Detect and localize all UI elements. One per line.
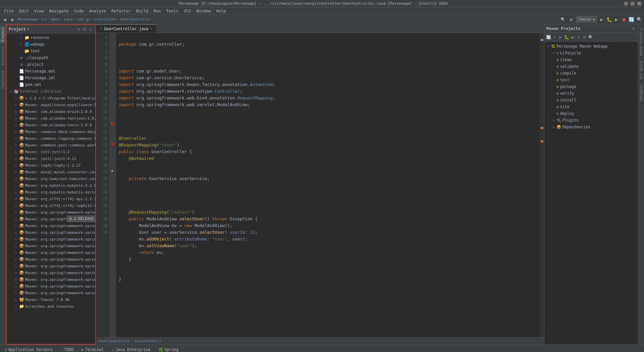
maven-phase-install[interactable]: ⚙ install (544, 97, 638, 103)
right-tab-database[interactable]: Database (639, 83, 644, 103)
code-editor[interactable]: 12345 678910 1112131415 1617181920 21222… (96, 33, 544, 337)
maven-refresh-icon[interactable]: 🔄 (546, 35, 551, 40)
maven-settings-icon[interactable]: ⚙ (631, 26, 636, 31)
breadcrumb-com[interactable]: com (76, 17, 83, 21)
maven-phase-compile[interactable]: ⚙ compile (544, 70, 638, 77)
code-content[interactable]: package com.gr.controller; import com.gr… (116, 33, 539, 337)
back-icon[interactable]: ◀ (1, 16, 8, 23)
tree-item-webapp[interactable]: ▷ 🌐 webapp (7, 41, 95, 48)
nav-settings-icon[interactable]: ⚙ (568, 16, 575, 23)
tree-item-test[interactable]: 📂 test (7, 48, 95, 54)
breadcrumb-gr[interactable]: gr (86, 17, 91, 21)
breadcrumb-usercontroller[interactable]: UserController (120, 17, 151, 21)
menu-build[interactable]: Build (133, 8, 151, 14)
breadcrumb-src[interactable]: src (41, 17, 48, 21)
menu-tools[interactable]: Tools (164, 8, 181, 14)
maven-skip-icon[interactable]: ⏭ (570, 35, 575, 40)
tree-item-lib-25[interactable]: ▷ 📦 Maven: org.springframework:spring-ox… (7, 263, 95, 269)
maven-dependencies-section[interactable]: ▷ 📦 Dependencies (544, 124, 638, 130)
tree-item-lib-8[interactable]: ▷ 📦 Maven: jstl:jstl:1.2 (7, 148, 95, 155)
maven-phase-site[interactable]: ⚙ site (544, 103, 638, 110)
tab-todo[interactable]: ✓ TODO (57, 345, 77, 352)
nav-search-icon[interactable]: 🔍 (560, 16, 567, 23)
tree-item-lib-3[interactable]: ▷ 📦 Maven: com.alibaba:fastjson:1.8.0 (7, 115, 95, 122)
tree-item-lib-21[interactable]: ▷ 📦 Maven: org.springframework:spring-co… (7, 236, 95, 243)
tree-item-lib-4[interactable]: ▷ 📦 Maven: com.alibaba:tools:1.8.0 (7, 122, 95, 128)
tree-item-lib-27[interactable]: ▷ 📦 Maven: org.springframework:spring-tx… (7, 276, 95, 283)
close-button[interactable]: ✕ (637, 2, 641, 6)
tab-app-servers[interactable]: ⚙ Application Servers (1, 345, 56, 352)
tree-item-scratches[interactable]: ▷ 📁 Scratches and Consoles (7, 303, 95, 310)
run-coverage-button[interactable]: ▶ (613, 16, 620, 23)
tab-usercontroller[interactable]: J UserController.java ✕ (96, 25, 157, 33)
maven-phase-test[interactable]: ⚙ test (544, 77, 638, 83)
tree-item-lib-7[interactable]: ▷ 📦 Maven: commons-pool:commons-pool:1.5… (7, 142, 95, 148)
maven-phase-validate[interactable]: ⚙ validate (544, 63, 638, 70)
run-button[interactable]: ▶ (598, 16, 605, 23)
tree-item-lib-15[interactable]: ▷ 📦 Maven: org.slf4j:slf4j-api:1.7.12 (7, 195, 95, 202)
maven-debug-icon[interactable]: 🐛 (564, 35, 569, 40)
maven-toggle-icon[interactable]: ≡ (576, 35, 581, 40)
tab-close-icon[interactable]: ✕ (150, 27, 152, 31)
tree-item-lib-2[interactable]: ▷ 📦 Maven: com.alibaba:druid:1.0.9 (7, 108, 95, 115)
tree-item-external-libs[interactable]: ▽ 📚 External Libraries (7, 88, 95, 95)
panel-settings-icon[interactable]: ⚙ (76, 27, 81, 32)
tab-terminal[interactable]: ▶ Terminal (78, 345, 107, 352)
tree-item-resource[interactable]: ▷ 📁 resource (7, 34, 95, 41)
maximize-button[interactable]: □ (631, 2, 635, 6)
maven-download-icon[interactable]: ⬇ (552, 35, 557, 40)
menu-window[interactable]: Window (194, 8, 213, 14)
tomcat-dropdown-icon[interactable]: ▼ (593, 18, 595, 21)
maven-plugins-section[interactable]: ▷ 🔌 Plugins (544, 117, 638, 124)
tree-item-eml[interactable]: 📄 Personage.eml (7, 68, 95, 75)
maven-run-icon[interactable]: ▶ (558, 35, 563, 40)
tree-item-lib-5[interactable]: ▷ 📦 Maven: commons-dbcp:commons-dbcp:1.4 (7, 128, 95, 135)
breadcrumb-main[interactable]: main (51, 17, 60, 21)
tree-item-lib-26[interactable]: ▷ 📦 Maven: org.springframework:spring-te… (7, 269, 95, 276)
maven-project-root[interactable]: ▽ 🏗 Personage Maven Webapp (544, 43, 638, 50)
maven-phase-deploy[interactable]: ⚙ deploy (544, 110, 638, 117)
tree-item-project-file[interactable]: ⚙ .project (7, 61, 95, 68)
maven-phase-package[interactable]: ⚙ package (544, 83, 638, 90)
structure-tab[interactable]: Structure (0, 45, 5, 67)
tree-item-iml[interactable]: 📄 Personage.iml (7, 75, 95, 81)
menu-edit[interactable]: Edit (16, 8, 32, 14)
maven-phase-clean[interactable]: ⚙ clean (544, 56, 638, 63)
tree-item-pom[interactable]: 📄 pom.xml (7, 81, 95, 88)
maven-lifecycle-section[interactable]: ▽ ⚙ Lifecycle (544, 50, 638, 56)
tree-item-classpath[interactable]: ⚙ .classpath (7, 54, 95, 61)
menu-run[interactable]: Run (151, 8, 164, 14)
tomcat-selector[interactable]: Tomcat ▼ (576, 16, 597, 23)
tree-item-lib-22[interactable]: ▷ 📦 Maven: org.springframework:spring-ex… (7, 243, 95, 249)
tree-item-lib-24[interactable]: ▷ 📦 Maven: org.springframework:spring-or… (7, 256, 95, 263)
tree-item-lib-12[interactable]: ▷ 📦 Maven: org.hamcrest:hamcrest-core:1.… (7, 175, 95, 182)
tree-item-lib-17[interactable]: ▷ 📦 Maven: org.springframework:spring-ao… (7, 209, 95, 216)
maven-phase-verify[interactable]: ⚙ verify (544, 90, 638, 97)
editor-breadcrumb-class[interactable]: UserController (99, 339, 130, 343)
tree-item-lib-6[interactable]: ▷ 📦 Maven: commons-logging:commons-loggi… (7, 135, 95, 142)
project-tab[interactable]: Project (0, 26, 5, 44)
tab-java-enterprise[interactable]: ☕ Java Enterprise (108, 345, 154, 352)
menu-code[interactable]: Code (71, 8, 87, 14)
tree-item-lib-10[interactable]: ▷ 📦 Maven: log4j:log4j:1.2.17 (7, 162, 95, 169)
stop-button[interactable]: ■ (621, 16, 627, 23)
favorites-tab[interactable]: Favorites (0, 69, 5, 91)
update-button[interactable]: 🔄 (628, 16, 635, 23)
tree-item-lib-13[interactable]: ▷ 📦 Maven: org.mybatis:mybatis:3.2.8 (7, 182, 95, 189)
tree-item-lib-16[interactable]: ▷ 📦 Maven: org.slf4j:slf4j-log4j12:1.7.1… (7, 202, 95, 209)
menu-help[interactable]: Help (214, 8, 229, 14)
tab-spring[interactable]: 🌿 Spring (155, 345, 182, 352)
right-tab-maven[interactable]: Maven Projects (639, 26, 644, 58)
menu-refactor[interactable]: Refactor (109, 8, 133, 14)
tree-item-lib-19[interactable]: ▷ 📦 Maven: org.springframework:spring-co… (7, 222, 95, 229)
tree-item-lib-9[interactable]: ▷ 📦 Maven: junit:junit:4.11 (7, 155, 95, 162)
right-tab-ant[interactable]: Ant Build (639, 59, 644, 81)
maven-collapse-icon[interactable]: ⊟ (582, 35, 587, 40)
tree-item-jdk[interactable]: ▷ 📦 < 1.8 > C:\Program Files\Java\jdk1.8… (7, 95, 95, 101)
tree-item-lib-11[interactable]: ▷ 📦 Maven: mysql:mysql-connector-java:5.… (7, 169, 95, 175)
breadcrumb-personage[interactable]: Personage (17, 17, 38, 21)
tree-item-lib-20[interactable]: ▷ 📦 Maven: org.springframework:spring-co… (7, 229, 95, 236)
tree-item-lib-28[interactable]: ▷ 📦 Maven: org.springframework:spring-we… (7, 283, 95, 290)
tree-item-lib-23[interactable]: ▷ 📦 Maven: org.springframework:spring-jd… (7, 249, 95, 256)
tree-item-lib-18[interactable]: ▷ 📦 Maven: org.springframework:spring-be… (7, 216, 95, 222)
